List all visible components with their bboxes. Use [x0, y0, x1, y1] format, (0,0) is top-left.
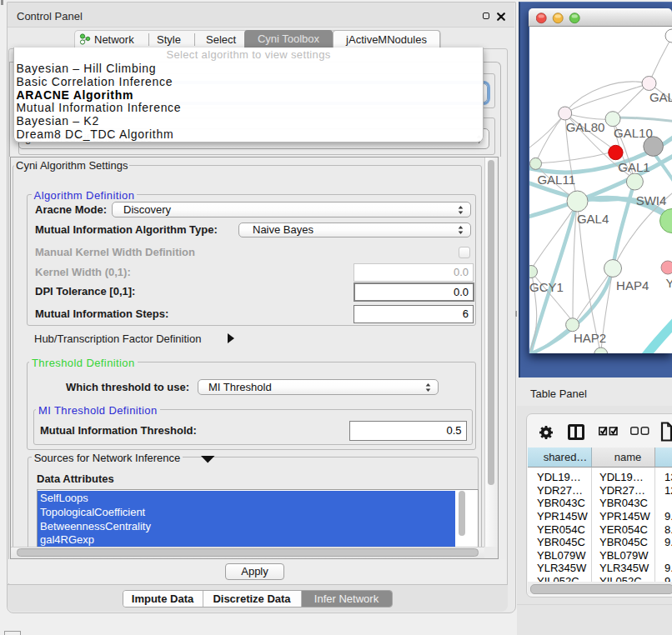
svg-text:HAP2: HAP2 [574, 331, 606, 345]
svg-text:SWI4: SWI4 [636, 193, 667, 208]
svg-text:GCY1: GCY1 [529, 280, 564, 294]
svg-text:GAL80: GAL80 [566, 120, 605, 134]
svg-text:GAL1: GAL1 [618, 160, 649, 174]
svg-text:GAL10: GAL10 [614, 126, 653, 140]
svg-text:GAL7: GAL7 [649, 90, 672, 104]
svg-text:HAP4: HAP4 [616, 278, 649, 292]
svg-text:GAL4: GAL4 [577, 212, 609, 226]
svg-text:Y: Y [666, 276, 672, 290]
svg-text:GAL11: GAL11 [537, 172, 575, 187]
